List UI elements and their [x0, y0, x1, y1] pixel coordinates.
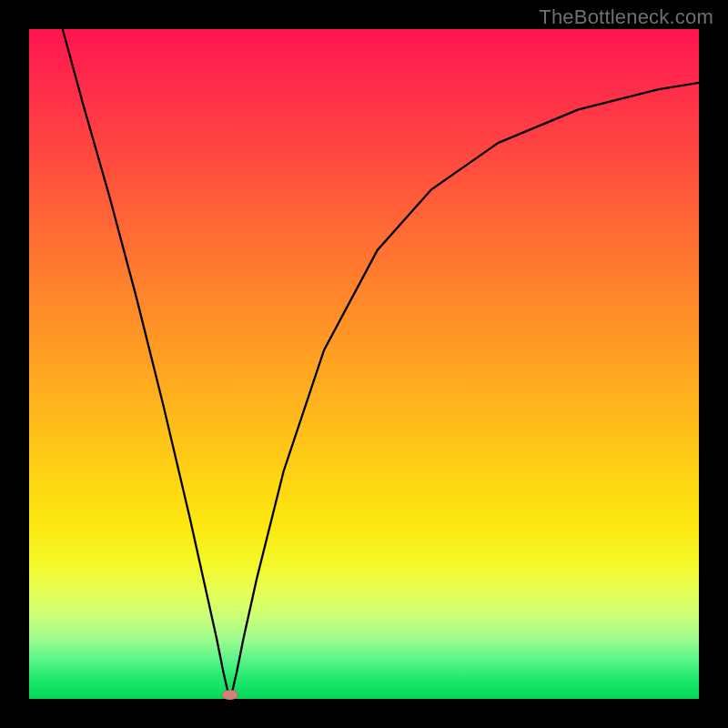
chart-svg: [29, 29, 699, 699]
optimum-marker: [222, 690, 238, 700]
chart-frame: TheBottleneck.com: [0, 0, 728, 728]
bottleneck-curve: [63, 29, 699, 693]
plot-area: [29, 29, 699, 699]
watermark-text: TheBottleneck.com: [539, 5, 713, 29]
